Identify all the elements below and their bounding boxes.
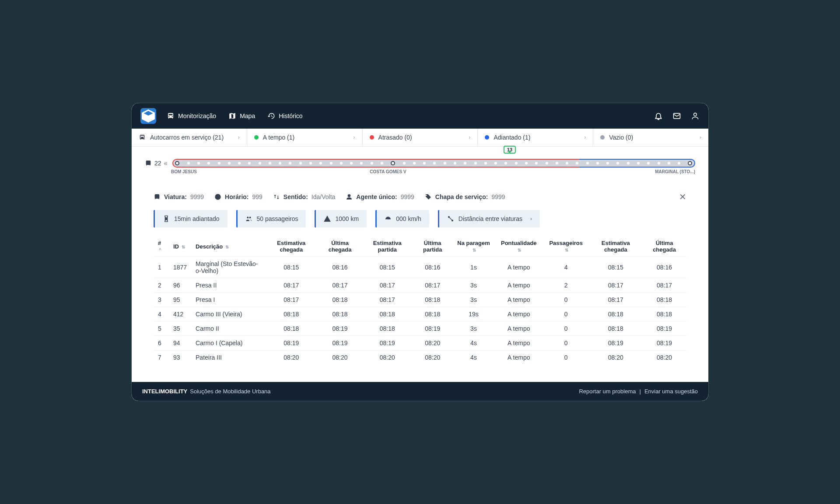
stop-dot[interactable] xyxy=(269,162,271,164)
route-section: 22 « 13 BOM JESUS COSTA GOMES V MARGINAL… xyxy=(132,147,708,183)
stop-dot[interactable] xyxy=(187,162,190,164)
stop-dot[interactable] xyxy=(668,162,670,164)
route-line-label[interactable]: 22 « xyxy=(145,160,167,167)
table-row[interactable]: 694Carmo I (Capela)08:1908:1908:1908:204… xyxy=(154,336,686,350)
chevron-right-icon: › xyxy=(700,134,701,140)
stop-dot[interactable] xyxy=(474,162,477,164)
stop-dot[interactable] xyxy=(504,162,507,164)
footer-brand: INTELIMOBILITY xyxy=(142,388,187,395)
col-paragem[interactable]: Na paragem ⇅ xyxy=(452,236,494,257)
detail-chapa: Chapa de serviço: 9999 xyxy=(425,193,505,200)
stop-dot[interactable] xyxy=(586,162,589,164)
stop-dot[interactable] xyxy=(464,162,466,164)
stop-dot[interactable] xyxy=(515,162,518,164)
col-ult-part[interactable]: Última partida xyxy=(413,236,452,257)
stop-dot[interactable] xyxy=(350,162,353,164)
col-ult-cheg2[interactable]: Última chegada xyxy=(642,236,686,257)
filter-late[interactable]: Atrasado (0) › xyxy=(363,129,478,146)
filter-empty[interactable]: Vazio (0) › xyxy=(593,129,708,146)
stop-dot[interactable] xyxy=(309,162,312,164)
stop-dot[interactable] xyxy=(637,162,640,164)
stop-dot[interactable] xyxy=(248,162,251,164)
stop-dot[interactable] xyxy=(218,162,220,164)
stop-dot[interactable] xyxy=(279,162,281,164)
stop-dot[interactable] xyxy=(556,162,558,164)
close-button[interactable]: ✕ xyxy=(679,192,686,202)
footer-report-link[interactable]: Reportar um problema xyxy=(579,388,636,395)
table-row[interactable]: 793Pateira III08:2008:2008:2008:204sA te… xyxy=(154,350,686,365)
stop-dot[interactable] xyxy=(678,162,680,164)
footer-suggest-link[interactable]: Enviar uma sugestão xyxy=(644,388,698,395)
stop-dot[interactable] xyxy=(381,162,383,164)
col-est-cheg[interactable]: Estimativa chegada xyxy=(265,236,318,257)
stop-dot[interactable] xyxy=(627,162,630,164)
stop-dot[interactable] xyxy=(535,162,538,164)
stop-dot[interactable] xyxy=(403,162,406,164)
col-id[interactable]: ID ⇅ xyxy=(169,236,191,257)
filter-label: Atrasado (0) xyxy=(378,134,412,141)
stop-dot[interactable] xyxy=(433,162,436,164)
mail-icon[interactable] xyxy=(672,112,681,120)
col-ult-cheg[interactable]: Última chegada xyxy=(318,236,362,257)
nav-map[interactable]: Mapa xyxy=(228,112,255,120)
stop-dot[interactable] xyxy=(207,162,210,164)
stop-dot[interactable] xyxy=(647,162,650,164)
topbar: Monitorização Mapa Histórico xyxy=(132,103,708,129)
stop-dot[interactable] xyxy=(197,162,200,164)
table-row[interactable]: 4412Carmo III (Vieira)08:1808:1808:1808:… xyxy=(154,307,686,322)
table-row[interactable]: 11877Marginal (Sto Estevão-o-Velho)08:15… xyxy=(154,257,686,278)
nav-history[interactable]: Histórico xyxy=(267,112,302,120)
col-est-cheg2[interactable]: Estimativa chegada xyxy=(589,236,642,257)
stop-end[interactable] xyxy=(688,161,692,165)
stop-dot[interactable] xyxy=(319,162,322,164)
stop-dot[interactable] xyxy=(566,162,568,164)
stop-label-end: MARGINAL (STO...) xyxy=(655,169,695,174)
app-logo[interactable] xyxy=(140,108,156,124)
stop-dot[interactable] xyxy=(299,162,302,164)
bell-icon[interactable] xyxy=(654,112,663,120)
stop-dot[interactable] xyxy=(444,162,446,164)
filter-ontime[interactable]: A tempo (1) › xyxy=(247,129,363,146)
stops-table: # ^ ID ⇅ Descrição ⇅ Estimativa chegada … xyxy=(154,236,686,364)
stop-dot[interactable] xyxy=(289,162,291,164)
stop-dot[interactable] xyxy=(616,162,619,164)
stop-dot[interactable] xyxy=(228,162,231,164)
route-track[interactable]: 13 xyxy=(172,160,695,167)
col-num[interactable]: # ^ xyxy=(154,236,169,257)
stop-mid[interactable] xyxy=(391,161,395,165)
col-desc[interactable]: Descrição ⇅ xyxy=(191,236,265,257)
stop-dot[interactable] xyxy=(525,162,528,164)
stop-dot[interactable] xyxy=(606,162,609,164)
stat-distancia-link[interactable]: Distância entre viaturas › xyxy=(438,210,540,228)
filter-in-service[interactable]: Autocarros em serviço (21) › xyxy=(132,129,247,146)
col-pass[interactable]: Passageiros ⇅ xyxy=(543,236,589,257)
stop-dot[interactable] xyxy=(658,162,660,164)
stop-dot[interactable] xyxy=(371,162,373,164)
col-est-part[interactable]: Estimativa partida xyxy=(362,236,413,257)
collapse-icon[interactable]: « xyxy=(164,160,168,167)
stop-dot[interactable] xyxy=(330,162,332,164)
stop-dot[interactable] xyxy=(596,162,599,164)
chevron-right-icon: › xyxy=(530,216,532,222)
table-row[interactable]: 535Carmo II08:1808:1908:1808:193sA tempo… xyxy=(154,322,686,336)
vehicle-marker[interactable]: 13 xyxy=(504,146,516,154)
swap-icon xyxy=(273,193,280,200)
stop-dot[interactable] xyxy=(340,162,343,164)
stop-dot[interactable] xyxy=(484,162,487,164)
stop-dot[interactable] xyxy=(360,162,363,164)
user-icon[interactable] xyxy=(691,112,700,120)
stop-start[interactable] xyxy=(175,161,179,165)
stop-dot[interactable] xyxy=(423,162,426,164)
table-row[interactable]: 296Presa II08:1708:1708:1708:173sA tempo… xyxy=(154,278,686,293)
filter-early[interactable]: Adiantado (1) › xyxy=(478,129,593,146)
stop-dot[interactable] xyxy=(546,162,548,164)
nav-monitor[interactable]: Monitorização xyxy=(167,112,216,120)
stop-dot[interactable] xyxy=(454,162,456,164)
stop-dot[interactable] xyxy=(259,162,261,164)
stop-dot[interactable] xyxy=(576,162,578,164)
stop-dot[interactable] xyxy=(413,162,416,164)
table-row[interactable]: 395Presa I08:1708:1808:1708:183sA tempo0… xyxy=(154,293,686,307)
stop-dot[interactable] xyxy=(238,162,241,164)
col-pont[interactable]: Pontualidade ⇅ xyxy=(495,236,543,257)
stop-dot[interactable] xyxy=(494,162,497,164)
